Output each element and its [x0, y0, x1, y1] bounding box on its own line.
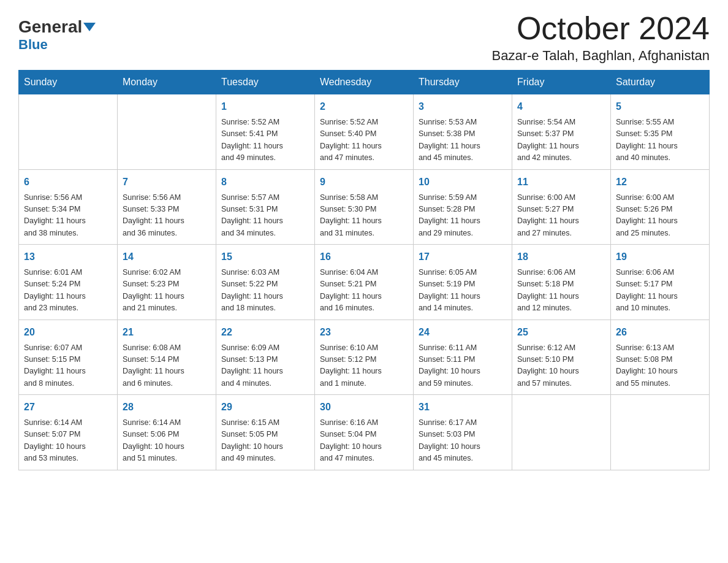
weekday-header-sunday: Sunday: [19, 71, 118, 94]
day-number: 28: [123, 400, 211, 415]
day-number: 31: [419, 400, 507, 415]
calendar-cell: 28Sunrise: 6:14 AMSunset: 5:06 PMDayligh…: [118, 395, 216, 470]
calendar-cell: 22Sunrise: 6:09 AMSunset: 5:13 PMDayligh…: [216, 320, 315, 395]
calendar-cell: 24Sunrise: 6:11 AMSunset: 5:11 PMDayligh…: [414, 320, 512, 395]
day-number: 18: [517, 250, 605, 264]
week-row-1: 1Sunrise: 5:52 AMSunset: 5:41 PMDaylight…: [19, 94, 710, 170]
day-info: Sunrise: 5:52 AMSunset: 5:41 PMDaylight:…: [221, 117, 309, 164]
calendar-cell: 29Sunrise: 6:15 AMSunset: 5:05 PMDayligh…: [216, 395, 315, 470]
calendar-cell: [512, 395, 611, 470]
weekday-header-wednesday: Wednesday: [315, 71, 414, 94]
weekday-header-tuesday: Tuesday: [216, 71, 315, 94]
logo: General Blue: [18, 12, 96, 53]
day-number: 6: [24, 175, 112, 190]
calendar-cell: 3Sunrise: 5:53 AMSunset: 5:38 PMDaylight…: [414, 94, 512, 170]
weekday-header-thursday: Thursday: [414, 71, 512, 94]
day-number: 12: [616, 175, 704, 190]
day-info: Sunrise: 5:59 AMSunset: 5:28 PMDaylight:…: [419, 192, 507, 240]
day-number: 26: [616, 325, 704, 340]
calendar-cell: 9Sunrise: 5:58 AMSunset: 5:30 PMDaylight…: [315, 169, 414, 245]
calendar-cell: 4Sunrise: 5:54 AMSunset: 5:37 PMDaylight…: [512, 94, 611, 170]
logo-general-text: General: [18, 18, 82, 36]
calendar-cell: 17Sunrise: 6:05 AMSunset: 5:19 PMDayligh…: [414, 245, 512, 320]
logo-blue-text: Blue: [18, 37, 48, 53]
calendar-cell: 5Sunrise: 5:55 AMSunset: 5:35 PMDaylight…: [611, 94, 710, 170]
day-number: 4: [517, 99, 605, 114]
calendar-cell: 21Sunrise: 6:08 AMSunset: 5:14 PMDayligh…: [118, 320, 216, 395]
week-row-2: 6Sunrise: 5:56 AMSunset: 5:34 PMDaylight…: [19, 169, 710, 245]
weekday-header-row: SundayMondayTuesdayWednesdayThursdayFrid…: [19, 71, 710, 94]
week-row-4: 20Sunrise: 6:07 AMSunset: 5:15 PMDayligh…: [19, 320, 710, 395]
calendar-cell: 6Sunrise: 5:56 AMSunset: 5:34 PMDaylight…: [19, 169, 118, 245]
calendar-cell: 26Sunrise: 6:13 AMSunset: 5:08 PMDayligh…: [611, 320, 710, 395]
day-number: 14: [123, 250, 211, 264]
week-row-5: 27Sunrise: 6:14 AMSunset: 5:07 PMDayligh…: [19, 395, 710, 470]
calendar-cell: 16Sunrise: 6:04 AMSunset: 5:21 PMDayligh…: [315, 245, 414, 320]
day-number: 27: [24, 400, 112, 415]
day-info: Sunrise: 6:03 AMSunset: 5:22 PMDaylight:…: [221, 267, 309, 315]
weekday-header-monday: Monday: [118, 71, 216, 94]
week-row-3: 13Sunrise: 6:01 AMSunset: 5:24 PMDayligh…: [19, 245, 710, 320]
day-info: Sunrise: 6:09 AMSunset: 5:13 PMDaylight:…: [221, 342, 309, 390]
day-number: 5: [616, 99, 704, 114]
calendar-cell: 27Sunrise: 6:14 AMSunset: 5:07 PMDayligh…: [19, 395, 118, 470]
day-info: Sunrise: 5:55 AMSunset: 5:35 PMDaylight:…: [616, 117, 704, 164]
calendar-cell: 20Sunrise: 6:07 AMSunset: 5:15 PMDayligh…: [19, 320, 118, 395]
day-info: Sunrise: 5:56 AMSunset: 5:33 PMDaylight:…: [123, 192, 211, 240]
calendar-cell: 10Sunrise: 5:59 AMSunset: 5:28 PMDayligh…: [414, 169, 512, 245]
calendar-cell: 7Sunrise: 5:56 AMSunset: 5:33 PMDaylight…: [118, 169, 216, 245]
day-number: 8: [221, 175, 309, 190]
day-info: Sunrise: 6:04 AMSunset: 5:21 PMDaylight:…: [320, 267, 408, 315]
day-info: Sunrise: 5:53 AMSunset: 5:38 PMDaylight:…: [419, 117, 507, 164]
calendar-cell: 18Sunrise: 6:06 AMSunset: 5:18 PMDayligh…: [512, 245, 611, 320]
calendar-cell: 2Sunrise: 5:52 AMSunset: 5:40 PMDaylight…: [315, 94, 414, 170]
day-info: Sunrise: 5:54 AMSunset: 5:37 PMDaylight:…: [517, 117, 605, 164]
day-info: Sunrise: 6:02 AMSunset: 5:23 PMDaylight:…: [123, 267, 211, 315]
day-info: Sunrise: 6:07 AMSunset: 5:15 PMDaylight:…: [24, 342, 112, 390]
day-number: 30: [320, 400, 408, 415]
day-info: Sunrise: 6:00 AMSunset: 5:27 PMDaylight:…: [517, 192, 605, 240]
calendar-cell: 23Sunrise: 6:10 AMSunset: 5:12 PMDayligh…: [315, 320, 414, 395]
day-info: Sunrise: 6:01 AMSunset: 5:24 PMDaylight:…: [24, 267, 112, 315]
day-number: 16: [320, 250, 408, 264]
day-number: 25: [517, 325, 605, 340]
day-number: 24: [419, 325, 507, 340]
calendar-cell: [118, 94, 216, 170]
location-title: Bazar-e Talah, Baghlan, Afghanistan: [491, 48, 710, 64]
day-info: Sunrise: 6:11 AMSunset: 5:11 PMDaylight:…: [419, 342, 507, 390]
day-info: Sunrise: 6:12 AMSunset: 5:10 PMDaylight:…: [517, 342, 605, 390]
weekday-header-saturday: Saturday: [611, 71, 710, 94]
day-number: 15: [221, 250, 309, 264]
calendar-cell: 19Sunrise: 6:06 AMSunset: 5:17 PMDayligh…: [611, 245, 710, 320]
day-number: 3: [419, 99, 507, 114]
day-number: 11: [517, 175, 605, 190]
day-info: Sunrise: 6:00 AMSunset: 5:26 PMDaylight:…: [616, 192, 704, 240]
day-info: Sunrise: 5:57 AMSunset: 5:31 PMDaylight:…: [221, 192, 309, 240]
calendar-cell: [19, 94, 118, 170]
day-info: Sunrise: 5:58 AMSunset: 5:30 PMDaylight:…: [320, 192, 408, 240]
day-number: 20: [24, 325, 112, 340]
page-header: General Blue October 2024 Bazar-e Talah,…: [18, 12, 710, 64]
title-section: October 2024 Bazar-e Talah, Baghlan, Afg…: [491, 12, 710, 64]
day-info: Sunrise: 6:06 AMSunset: 5:17 PMDaylight:…: [616, 267, 704, 315]
logo-triangle-icon: [83, 23, 96, 31]
calendar-table: SundayMondayTuesdayWednesdayThursdayFrid…: [18, 70, 710, 470]
day-info: Sunrise: 6:14 AMSunset: 5:07 PMDaylight:…: [24, 417, 112, 465]
day-number: 2: [320, 99, 408, 114]
day-info: Sunrise: 5:52 AMSunset: 5:40 PMDaylight:…: [320, 117, 408, 164]
day-number: 1: [221, 99, 309, 114]
calendar-cell: 15Sunrise: 6:03 AMSunset: 5:22 PMDayligh…: [216, 245, 315, 320]
calendar-cell: 30Sunrise: 6:16 AMSunset: 5:04 PMDayligh…: [315, 395, 414, 470]
day-info: Sunrise: 6:10 AMSunset: 5:12 PMDaylight:…: [320, 342, 408, 390]
day-info: Sunrise: 6:15 AMSunset: 5:05 PMDaylight:…: [221, 417, 309, 465]
calendar-cell: 12Sunrise: 6:00 AMSunset: 5:26 PMDayligh…: [611, 169, 710, 245]
day-number: 9: [320, 175, 408, 190]
day-info: Sunrise: 5:56 AMSunset: 5:34 PMDaylight:…: [24, 192, 112, 240]
calendar-cell: 13Sunrise: 6:01 AMSunset: 5:24 PMDayligh…: [19, 245, 118, 320]
calendar-cell: 25Sunrise: 6:12 AMSunset: 5:10 PMDayligh…: [512, 320, 611, 395]
day-number: 17: [419, 250, 507, 264]
day-number: 10: [419, 175, 507, 190]
day-info: Sunrise: 6:17 AMSunset: 5:03 PMDaylight:…: [419, 417, 507, 465]
day-number: 23: [320, 325, 408, 340]
day-info: Sunrise: 6:13 AMSunset: 5:08 PMDaylight:…: [616, 342, 704, 390]
